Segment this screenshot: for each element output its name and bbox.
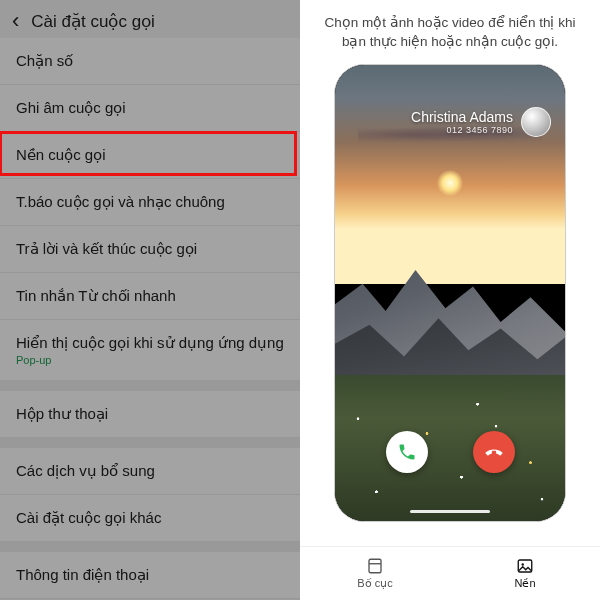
settings-item-quick-decline[interactable]: Tin nhắn Từ chối nhanh <box>0 273 300 320</box>
settings-item-voicemail[interactable]: Hộp thư thoại <box>0 391 300 438</box>
back-icon[interactable]: ‹ <box>12 10 19 32</box>
settings-item-record[interactable]: Ghi âm cuộc gọi <box>0 85 300 132</box>
caller-info: Christina Adams 012 3456 7890 <box>411 107 551 137</box>
settings-item-alerts[interactable]: T.báo cuộc gọi và nhạc chuông <box>0 179 300 226</box>
svg-rect-0 <box>369 559 381 573</box>
section-divider <box>0 542 300 552</box>
bottom-tabs: Bố cục Nền <box>300 546 600 600</box>
settings-item-other[interactable]: Cài đặt cuộc gọi khác <box>0 495 300 542</box>
caller-name: Christina Adams <box>411 109 513 125</box>
svg-rect-2 <box>518 560 532 572</box>
header: ‹ Cài đặt cuộc gọi <box>0 0 300 38</box>
settings-item-background[interactable]: Nền cuộc gọi <box>0 132 300 179</box>
phone-preview[interactable]: Christina Adams 012 3456 7890 <box>334 64 566 522</box>
page-title: Cài đặt cuộc gọi <box>31 11 155 32</box>
settings-item-supplementary[interactable]: Các dịch vụ bổ sung <box>0 448 300 495</box>
section-divider <box>0 438 300 448</box>
home-indicator <box>410 510 490 513</box>
call-buttons <box>335 431 565 473</box>
layout-icon <box>366 557 384 575</box>
settings-item-answer-end[interactable]: Trả lời và kết thúc cuộc gọi <box>0 226 300 273</box>
settings-item-phone-info[interactable]: Thông tin điện thoại <box>0 552 300 599</box>
settings-panel: ‹ Cài đặt cuộc gọi Chặn số Ghi âm cuộc g… <box>0 0 300 600</box>
instruction-text: Chọn một ảnh hoặc video để hiển thị khi … <box>300 0 600 60</box>
section-divider <box>0 381 300 391</box>
decline-button[interactable] <box>473 431 515 473</box>
svg-point-3 <box>522 563 524 565</box>
caller-number: 012 3456 7890 <box>411 125 513 135</box>
tab-background[interactable]: Nền <box>450 547 600 600</box>
answer-button[interactable] <box>386 431 428 473</box>
settings-item-popup[interactable]: Hiển thị cuộc gọi khi sử dụng ứng dụng P… <box>0 320 300 381</box>
settings-list: Chặn số Ghi âm cuộc gọi Nền cuộc gọi T.b… <box>0 38 300 599</box>
preview-area: Christina Adams 012 3456 7890 <box>300 60 600 546</box>
call-background-panel: Chọn một ảnh hoặc video để hiển thị khi … <box>300 0 600 600</box>
phone-down-icon <box>484 442 504 462</box>
phone-icon <box>397 442 417 462</box>
image-icon <box>516 557 534 575</box>
tab-layout[interactable]: Bố cục <box>300 547 450 600</box>
settings-item-sub: Pop-up <box>16 354 284 366</box>
settings-item-block[interactable]: Chặn số <box>0 38 300 85</box>
avatar <box>521 107 551 137</box>
